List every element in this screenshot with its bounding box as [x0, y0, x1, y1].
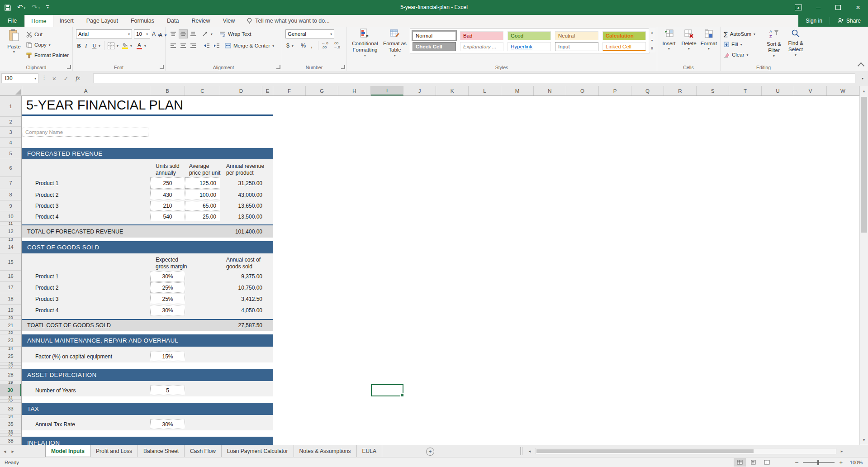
font-color-caret-icon[interactable]: ▾ — [144, 44, 146, 48]
close-icon[interactable]: × — [848, 0, 868, 15]
row-header-16[interactable]: 16 — [0, 271, 21, 282]
insert-caret-icon[interactable]: ▾ — [668, 47, 670, 51]
column-header-O[interactable]: O — [566, 86, 599, 95]
format-as-table-button[interactable]: Format as Table▾ — [382, 29, 408, 57]
horizontal-scrollbar[interactable]: ◂ ▸ — [526, 445, 868, 457]
view-normal-icon[interactable] — [734, 458, 746, 467]
insert-function-icon[interactable]: fx — [72, 73, 83, 83]
cut-button[interactable]: Cut — [26, 30, 43, 39]
tab-review[interactable]: Review — [185, 15, 216, 27]
column-header-U[interactable]: U — [762, 86, 794, 95]
sort-caret-icon[interactable]: ▾ — [773, 54, 775, 58]
row-header-2[interactable]: 2 — [0, 117, 21, 127]
orientation-caret-icon[interactable]: ▾ — [211, 32, 213, 36]
horizontal-scroll-thumb[interactable] — [536, 449, 754, 453]
find-select-button[interactable]: Find & Select▾ — [785, 29, 806, 57]
tab-file[interactable]: File — [0, 15, 24, 27]
autosum-caret-icon[interactable]: ▾ — [754, 32, 755, 36]
sort-filter-button[interactable]: AZ Sort & Filter▾ — [764, 29, 784, 58]
cell-price-input[interactable]: 100.00 — [185, 190, 220, 200]
cancel-icon[interactable]: × — [49, 73, 60, 83]
formula-input[interactable] — [93, 73, 855, 83]
row-header-25[interactable]: 25 — [0, 350, 21, 362]
sheet-tab-model-inputs[interactable]: Model Inputs — [45, 445, 90, 457]
column-header-C[interactable]: C — [185, 86, 220, 95]
scroll-down-icon[interactable]: ▾ — [860, 435, 868, 445]
row-header-19[interactable]: 19 — [0, 305, 21, 316]
column-header-G[interactable]: G — [306, 86, 338, 95]
row-header-18[interactable]: 18 — [0, 293, 21, 305]
row-header-17[interactable]: 17 — [0, 282, 21, 293]
zoom-out-icon[interactable]: − — [795, 459, 798, 466]
ribbon-display-options-icon[interactable]: ▴ — [788, 0, 808, 15]
row-header-11[interactable]: 11 — [0, 222, 21, 225]
column-header-I[interactable]: I — [371, 86, 403, 95]
zoom-level[interactable]: 100% — [847, 460, 863, 465]
fill-handle[interactable] — [400, 393, 404, 397]
sheet-tab-balance-sheet[interactable]: Balance Sheet — [138, 445, 185, 457]
row-header-23[interactable]: 23 — [0, 334, 21, 347]
maintenance-factor-input[interactable]: 15% — [150, 352, 185, 361]
bold-button[interactable]: B — [77, 41, 81, 50]
align-center-icon[interactable] — [179, 41, 188, 50]
font-name-select[interactable]: Arial▾ — [76, 29, 132, 38]
tab-scroll-splitter[interactable] — [520, 447, 522, 455]
zoom-slider[interactable] — [803, 462, 835, 463]
row-header-28[interactable]: 28 — [0, 369, 21, 381]
column-header-L[interactable]: L — [469, 86, 501, 95]
zoom-slider-handle[interactable] — [817, 460, 819, 465]
row-header-33[interactable]: 33 — [0, 403, 21, 415]
column-header-T[interactable]: T — [729, 86, 762, 95]
accounting-format-icon[interactable]: $▾ — [286, 41, 294, 50]
underline-caret-icon[interactable]: ▾ — [99, 44, 100, 48]
gallery-expand-icon[interactable]: ⊽ — [649, 44, 655, 52]
cell-margin-input[interactable]: 30% — [150, 271, 185, 281]
style-check-cell[interactable]: Check Cell — [413, 42, 456, 51]
column-header-F[interactable]: F — [273, 86, 306, 95]
merge-caret-icon[interactable]: ▾ — [272, 44, 274, 48]
format-cells-button[interactable]: Format▾ — [699, 29, 718, 51]
row-header-4[interactable]: 4 — [0, 138, 21, 148]
copy-button[interactable]: Copy▾ — [26, 40, 51, 49]
style-bad[interactable]: Bad — [460, 31, 503, 40]
row-header-32[interactable]: 32 — [0, 400, 21, 403]
fill-color-caret-icon[interactable]: ▾ — [130, 44, 132, 48]
sheet-tab-profit-and-loss[interactable]: Profit and Loss — [90, 445, 138, 457]
row-header-30[interactable]: 30 — [0, 384, 21, 396]
sheet-canvas[interactable]: 5-YEAR FINANCIAL PLAN Company Name FOREC… — [22, 96, 859, 445]
column-header-J[interactable]: J — [403, 86, 436, 95]
row-header-5[interactable]: 5 — [0, 148, 21, 159]
row-header-26[interactable]: 26 — [0, 362, 21, 366]
minimize-icon[interactable]: ─ — [808, 0, 828, 15]
style-input[interactable]: Input — [555, 42, 598, 51]
tell-me-box[interactable]: Tell me what you want to do... — [247, 15, 330, 27]
cell-margin-input[interactable]: 25% — [150, 294, 185, 304]
clear-button[interactable]: Clear▾ — [724, 50, 748, 59]
hscroll-left-icon[interactable]: ◂ — [526, 448, 533, 454]
view-page-layout-icon[interactable] — [747, 458, 759, 467]
orientation-icon[interactable]: ▾ — [202, 29, 213, 38]
collapse-ribbon-icon[interactable] — [858, 62, 865, 70]
selected-cell[interactable] — [371, 384, 403, 396]
row-header-15[interactable]: 15 — [0, 253, 21, 271]
cell-price-input[interactable]: 25.00 — [185, 212, 220, 221]
decrease-decimal-icon[interactable]: .00→.0 — [333, 41, 340, 50]
row-header-21[interactable]: 21 — [0, 320, 21, 331]
column-header-W[interactable]: W — [827, 86, 859, 95]
column-header-H[interactable]: H — [338, 86, 371, 95]
row-header-36[interactable]: 36 — [0, 430, 21, 434]
row-header-13[interactable]: 13 — [0, 238, 21, 241]
column-header-P[interactable]: P — [599, 86, 631, 95]
paste-caret-icon[interactable]: ▾ — [13, 50, 15, 54]
column-header-K[interactable]: K — [436, 86, 469, 95]
fill-button[interactable]: Fill▾ — [724, 40, 742, 49]
cell-price-input[interactable]: 125.00 — [185, 177, 220, 189]
tax-rate-input[interactable]: 30% — [150, 419, 185, 429]
company-name-input[interactable]: Company Name — [23, 128, 148, 137]
delete-caret-icon[interactable]: ▾ — [688, 47, 690, 51]
column-header-A[interactable]: A — [22, 86, 150, 95]
borders-caret-icon[interactable]: ▾ — [117, 44, 119, 48]
row-header-1[interactable]: 1 — [0, 96, 21, 117]
view-page-break-icon[interactable] — [761, 458, 773, 467]
style-hyperlink[interactable]: Hyperlink — [508, 42, 551, 51]
